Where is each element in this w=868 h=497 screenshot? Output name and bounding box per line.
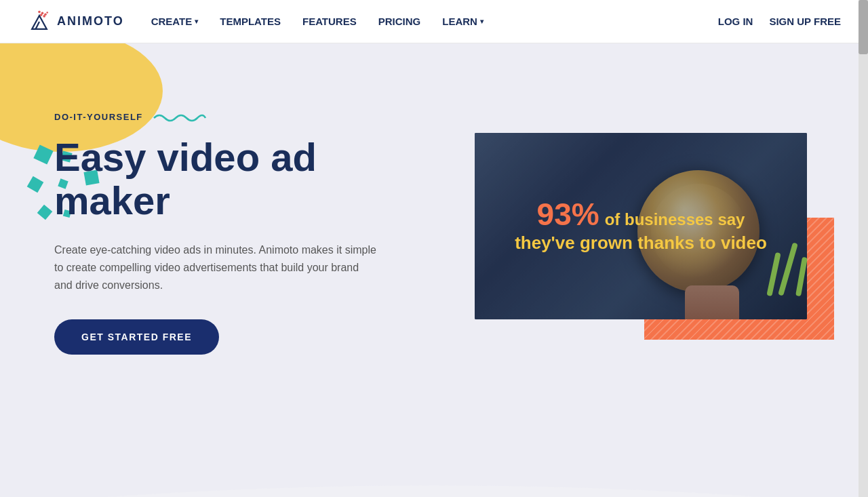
- video-thumbnail: 93% of businesses say they've grown than…: [475, 133, 807, 319]
- svg-point-5: [46, 12, 48, 14]
- logo-link[interactable]: ANIMOTO: [27, 9, 124, 34]
- wave-decoration: [153, 111, 207, 122]
- stat-line2: they've grown thanks to video: [515, 233, 767, 254]
- nav-features[interactable]: FEATURES: [302, 16, 357, 27]
- navbar: ANIMOTO CREATE ▾ TEMPLATES FEATURES PRIC…: [0, 0, 868, 43]
- video-container[interactable]: 93% of businesses say they've grown than…: [475, 133, 807, 319]
- stat-display: 93% of businesses say: [537, 199, 745, 230]
- hero-content: DO-IT-YOURSELF Easy video ad maker Creat…: [0, 84, 868, 355]
- create-chevron-icon: ▾: [195, 18, 198, 25]
- stat-suffix: of businesses say: [605, 212, 745, 228]
- stat-number: 93%: [537, 199, 599, 230]
- cta-button[interactable]: GET STARTED FREE: [54, 319, 219, 355]
- scrollbar[interactable]: [859, 0, 868, 497]
- video-overlay: 93% of businesses say they've grown than…: [475, 133, 807, 319]
- diy-label: DO-IT-YOURSELF: [54, 111, 434, 122]
- bottom-curve-decoration: [0, 465, 868, 497]
- nav-links: CREATE ▾ TEMPLATES FEATURES PRICING LEAR…: [151, 16, 718, 27]
- nav-right: LOG IN SIGN UP FREE: [718, 16, 841, 27]
- logo-text: ANIMOTO: [57, 14, 124, 28]
- hero-section: DO-IT-YOURSELF Easy video ad maker Creat…: [0, 43, 868, 497]
- hero-title: Easy video ad maker: [54, 136, 434, 222]
- nav-learn[interactable]: LEARN ▾: [442, 16, 484, 27]
- hero-description: Create eye-catching video ads in minutes…: [54, 241, 380, 295]
- hero-left: DO-IT-YOURSELF Easy video ad maker Creat…: [54, 84, 434, 355]
- nav-pricing[interactable]: PRICING: [378, 16, 421, 27]
- signup-button[interactable]: SIGN UP FREE: [769, 16, 841, 27]
- svg-point-0: [38, 10, 41, 13]
- nav-templates[interactable]: TEMPLATES: [220, 16, 281, 27]
- scrollbar-thumb[interactable]: [859, 0, 868, 54]
- hero-right: 93% of businesses say they've grown than…: [475, 133, 814, 319]
- logo-icon: [27, 9, 52, 34]
- learn-chevron-icon: ▾: [480, 18, 484, 25]
- login-button[interactable]: LOG IN: [718, 16, 753, 27]
- nav-create[interactable]: CREATE ▾: [151, 16, 199, 27]
- svg-point-4: [43, 15, 45, 18]
- green-strokes-decoration: [768, 235, 807, 299]
